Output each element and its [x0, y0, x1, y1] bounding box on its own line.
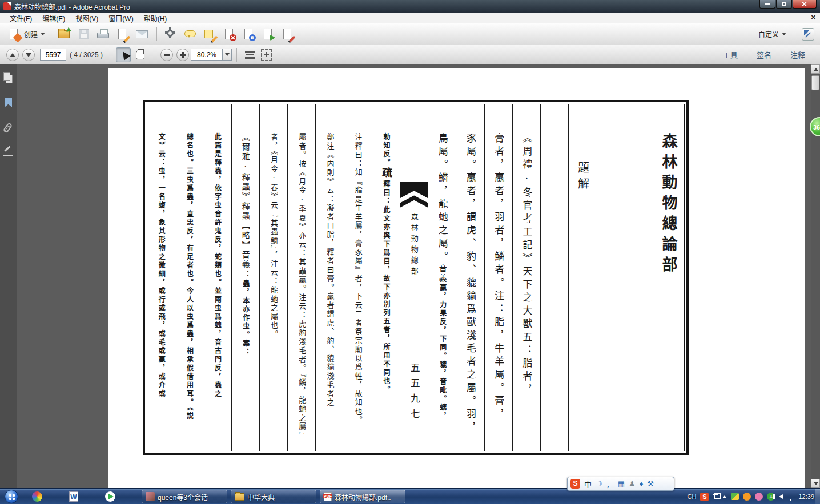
- column-text: 者，《月令·春》云『其蟲鱗』，注云：龍虵之屬也。: [269, 104, 278, 451]
- qq-tray-icon[interactable]: [743, 493, 751, 501]
- start-button[interactable]: [5, 490, 18, 503]
- settings-gear-icon[interactable]: [164, 27, 179, 42]
- task-panes: 工具 签名 注释: [714, 45, 814, 64]
- maximize-button[interactable]: [776, 0, 792, 9]
- ime-punctuation-icon[interactable]: ，: [606, 478, 614, 489]
- menu-window[interactable]: 窗口(W): [103, 12, 138, 24]
- ime-toolbar[interactable]: S 中 ☽ ， ▦ ♟ ♦ ⚒: [567, 477, 674, 491]
- fold-title: 森林動物總部: [411, 213, 418, 278]
- column-text: 題解: [577, 104, 588, 451]
- text-column: 《爾雅·釋蟲》釋蟲【略】音義：蟲，本亦作虫。案：: [231, 104, 259, 451]
- column-text: 豕屬。臝者，謂虎、豹、貔貐爲獸淺毛者之屬。羽，: [465, 104, 475, 451]
- menu-file[interactable]: 文件(F): [5, 12, 37, 24]
- ime-fullhalf-moon-icon[interactable]: ☽: [596, 479, 602, 488]
- column-text: 文》云：虫，一名蝮，象其形物之微細，或行或飛，或毛或臝，或介或: [156, 104, 166, 451]
- ime-wrench-icon[interactable]: ⚒: [647, 479, 654, 488]
- video-app-icon[interactable]: [101, 490, 120, 503]
- sogou-logo-icon[interactable]: S: [570, 479, 580, 489]
- empty-column: [597, 104, 625, 451]
- tray-app-icon[interactable]: [731, 493, 739, 500]
- column-text: 此篇是釋蟲，依字虫音許鬼反，蛇類也。並兩虫爲䖵，音古門反，蟲之: [213, 104, 222, 451]
- ime-skin-icon[interactable]: ♦: [640, 479, 644, 488]
- zoom-level-value[interactable]: 80.2%: [191, 49, 223, 61]
- show-desktop-button[interactable]: [815, 489, 820, 504]
- fold-page-number: 五五九七: [409, 362, 419, 424]
- toolbar-separator: [236, 48, 237, 62]
- create-pdf-icon[interactable]: [7, 27, 22, 42]
- fold-column: 森林動物總部五五九七: [400, 104, 428, 451]
- text-column: 注釋曰：知『脂是牛羊屬，膏豕屬』者，下云二者祭宗廟以爲牲，故知也。: [344, 104, 372, 451]
- sogou-tray-icon[interactable]: S: [700, 493, 709, 501]
- sign-document-icon[interactable]: [115, 27, 130, 42]
- print-icon[interactable]: [96, 27, 111, 42]
- column-text: 《周禮·冬官考工記》天下之大獸五：脂者，: [522, 104, 532, 451]
- fit-page-icon[interactable]: [261, 49, 272, 61]
- scrollbar-thumb[interactable]: [811, 75, 819, 90]
- ocr-recognize-icon[interactable]: [242, 27, 256, 42]
- tray-pink-app-icon[interactable]: [755, 493, 763, 501]
- page-thumbnails-icon[interactable]: [0, 70, 17, 90]
- customize-button[interactable]: 自定义: [758, 29, 779, 39]
- toolbar-separator: [154, 48, 154, 62]
- fit-width-icon[interactable]: [244, 50, 256, 60]
- clock[interactable]: 12:39: [798, 493, 814, 500]
- sticky-note-icon[interactable]: [203, 27, 218, 42]
- minimize-button[interactable]: [759, 0, 775, 9]
- system-tray: CH S + 12:39: [688, 489, 814, 504]
- language-indicator[interactable]: CH: [688, 493, 697, 500]
- select-tool-button[interactable]: [116, 47, 131, 62]
- email-icon[interactable]: [135, 27, 150, 42]
- taskbar-button-chat[interactable]: queen等3个会话: [142, 490, 227, 503]
- ime-softkeyboard-icon[interactable]: ▦: [618, 479, 625, 488]
- ime-language-mode-icon[interactable]: 中: [584, 478, 592, 489]
- comment-bubble-icon[interactable]: [183, 27, 198, 42]
- signatures-icon[interactable]: [0, 146, 17, 165]
- window-title: 森林动物總部.pdf - Adobe Acrobat Pro: [14, 2, 130, 11]
- scroll-down-icon[interactable]: [811, 479, 820, 488]
- ime-person-icon[interactable]: ♟: [629, 479, 636, 488]
- volume-icon[interactable]: [779, 494, 783, 499]
- zoom-out-button[interactable]: [160, 49, 173, 61]
- bookmarks-icon[interactable]: [0, 95, 17, 115]
- hand-tool-button[interactable]: [133, 47, 148, 62]
- language-bar-restore-icon[interactable]: [713, 494, 718, 499]
- chat-avatar: [146, 492, 155, 501]
- menubar-close-icon[interactable]: ✕: [811, 14, 816, 21]
- create-button[interactable]: 创建: [24, 29, 38, 39]
- sign-pane-button[interactable]: 签名: [747, 49, 781, 60]
- messenger-app-icon[interactable]: [27, 490, 47, 503]
- export-file-icon[interactable]: [261, 27, 276, 42]
- page-number-input[interactable]: [40, 49, 66, 61]
- attachments-icon[interactable]: [0, 120, 17, 140]
- previous-page-button[interactable]: [6, 49, 19, 61]
- title-bar: 森林动物總部.pdf - Adobe Acrobat Pro: [0, 0, 820, 13]
- open-file-icon[interactable]: [57, 27, 72, 42]
- fullscreen-mode-icon[interactable]: [802, 28, 814, 41]
- close-button[interactable]: [793, 0, 817, 9]
- edit-annotate-icon[interactable]: [280, 27, 295, 42]
- delete-pages-icon[interactable]: [222, 27, 237, 42]
- book-columns: 森林動物總論部題解《周禮·冬官考工記》天下之大獸五：脂者，膏者，臝者，羽者，鱗者…: [147, 104, 685, 451]
- acrobat-app-icon: [3, 2, 11, 10]
- pdf-file-icon: PDF: [324, 492, 332, 501]
- column-text: 鳥屬。鱗，龍虵之屬。音義臝，力果反，下同。貔，音毗。螭，: [437, 104, 447, 451]
- tools-pane-button[interactable]: 工具: [714, 49, 747, 60]
- zoom-in-button[interactable]: [176, 49, 189, 61]
- next-page-button[interactable]: [22, 49, 35, 61]
- menu-view[interactable]: 视图(V): [70, 12, 103, 24]
- text-column: 此篇是釋蟲，依字虫音許鬼反，蛇類也。並兩虫爲䖵，音古門反，蟲之: [203, 104, 231, 451]
- zoom-dropdown-caret[interactable]: [223, 49, 232, 61]
- text-column: 者，《月令·春》云『其蟲鱗』，注云：龍虵之屬也。: [259, 104, 287, 451]
- taskbar-button-pdf[interactable]: PDF 森林动物總部.pdf..: [320, 490, 405, 503]
- tijie-heading: 題解: [568, 104, 596, 451]
- network-icon[interactable]: [787, 494, 794, 499]
- section-title: 森林動物總論部: [653, 104, 684, 451]
- word-app-icon[interactable]: W: [64, 490, 83, 503]
- scroll-up-icon[interactable]: [811, 64, 820, 74]
- comment-pane-button[interactable]: 注释: [781, 49, 814, 60]
- show-hidden-icons-icon[interactable]: [722, 495, 727, 498]
- menu-edit[interactable]: 编辑(E): [37, 12, 70, 24]
- column-text: 鄭注《内則》云：凝者曰脂，釋者曰膏。臝者謂虎、豹、貔貐淺毛者之: [325, 104, 334, 451]
- menu-help[interactable]: 帮助(H): [139, 12, 172, 24]
- taskbar-button-folder[interactable]: 中华大典: [231, 490, 316, 503]
